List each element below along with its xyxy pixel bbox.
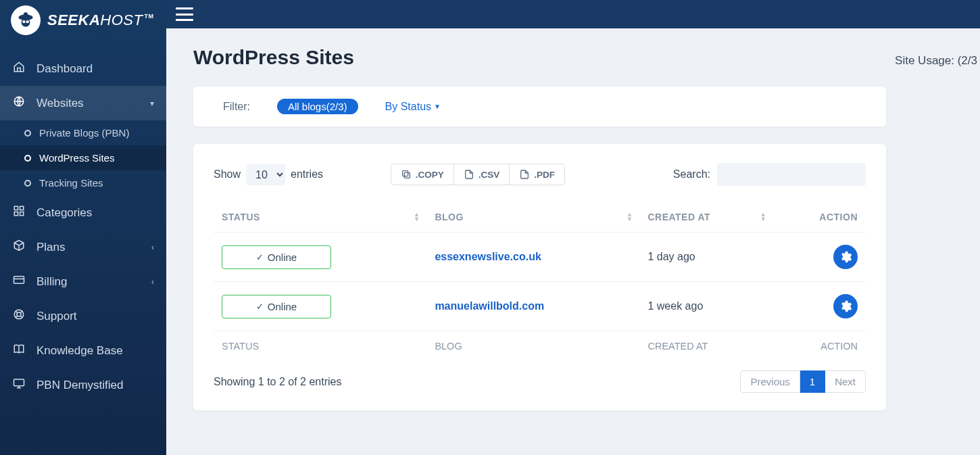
search-input[interactable]	[717, 163, 866, 186]
pager-prev-button[interactable]: Previous	[740, 370, 800, 393]
nav-support[interactable]: Support	[0, 299, 166, 333]
nav-websites-label: Websites	[36, 97, 84, 110]
row-action-button[interactable]	[833, 294, 858, 318]
foot-status: STATUS	[214, 331, 426, 362]
lifebuoy-icon	[12, 308, 26, 324]
gear-icon	[839, 300, 852, 313]
filter-by-status[interactable]: By Status ▼	[385, 101, 441, 113]
brand-avatar	[11, 5, 41, 35]
monitor-icon	[12, 377, 26, 393]
foot-action: ACTION	[773, 331, 866, 362]
bullet-icon	[24, 155, 31, 162]
nav-pbn-demystified[interactable]: PBN Demystified	[0, 368, 166, 402]
nav-knowledge-base[interactable]: Knowledge Base	[0, 333, 166, 368]
entries-select[interactable]: 10	[246, 164, 285, 185]
chevron-left-icon: ‹	[151, 243, 154, 252]
pager-next-button[interactable]: Next	[825, 370, 866, 393]
main: WordPress Sites Site Usage: (2/3 Filter:…	[166, 0, 980, 455]
svg-rect-2	[24, 12, 28, 17]
menu-toggle-icon[interactable]	[176, 7, 193, 21]
nav-billing-label: Billing	[36, 275, 67, 289]
subnav-tracking-sites[interactable]: Tracking Sites	[0, 170, 166, 195]
filter-label: Filter:	[223, 101, 250, 113]
table-bottom: Showing 1 to 2 of 2 entries Previous 1 N…	[214, 370, 866, 393]
subnav-private-blogs-label: Private Blogs (PBN)	[39, 127, 129, 139]
nav-billing[interactable]: Billing ‹	[0, 264, 166, 299]
export-copy-button[interactable]: .COPY	[391, 164, 454, 185]
svg-rect-8	[20, 206, 24, 210]
search-label: Search:	[673, 168, 710, 181]
created-cell: 1 week ago	[639, 282, 773, 331]
nav-plans[interactable]: Plans ‹	[0, 230, 166, 264]
blog-link[interactable]: essexnewslive.co.uk	[435, 251, 541, 262]
brand-name-thin: HOST	[100, 11, 143, 28]
chevron-down-icon: ▾	[150, 99, 154, 108]
subnav-private-blogs[interactable]: Private Blogs (PBN)	[0, 120, 166, 145]
table-row: ✓Online manuelawillbold.com 1 week ago	[214, 282, 866, 331]
nav-categories[interactable]: Categories	[0, 195, 166, 230]
row-action-button[interactable]	[833, 245, 858, 269]
search-wrap: Search:	[673, 163, 866, 186]
show-label: Show	[214, 168, 241, 181]
export-copy-label: .COPY	[416, 170, 444, 180]
filter-by-status-label: By Status	[385, 101, 431, 113]
blog-link[interactable]: manuelawillbold.com	[435, 300, 544, 312]
entries-word: entries	[291, 168, 323, 181]
export-csv-button[interactable]: .CSV	[454, 164, 510, 185]
subnav-tracking-sites-label: Tracking Sites	[39, 177, 103, 189]
export-pdf-label: .PDF	[534, 170, 555, 180]
pager-page-button[interactable]: 1	[800, 370, 825, 393]
copy-icon	[401, 169, 412, 180]
status-label: Online	[268, 301, 297, 312]
bullet-icon	[24, 180, 31, 187]
filter-all-pill[interactable]: All blogs(2/3)	[277, 99, 358, 114]
subnav-wordpress-sites[interactable]: WordPress Sites	[0, 145, 166, 170]
svg-rect-15	[404, 172, 410, 178]
card-icon	[12, 274, 26, 289]
svg-rect-16	[402, 171, 408, 176]
export-csv-label: .CSV	[479, 170, 500, 180]
col-created[interactable]: CREATED AT▲▼	[639, 202, 773, 233]
status-chip: ✓Online	[222, 245, 331, 269]
foot-blog: BLOG	[426, 331, 639, 362]
export-pdf-button[interactable]: .PDF	[510, 164, 565, 185]
globe-icon	[12, 95, 26, 111]
topbar	[166, 0, 980, 28]
nav-categories-label: Categories	[36, 206, 92, 220]
svg-rect-14	[14, 379, 24, 386]
chevron-left-icon: ‹	[151, 277, 154, 287]
subnav-websites: Private Blogs (PBN) WordPress Sites Trac…	[0, 120, 166, 195]
col-created-label: CREATED AT	[647, 212, 710, 222]
col-blog-label: BLOG	[435, 212, 463, 222]
table-card: Show 10 entries .COPY .CSV	[193, 144, 886, 410]
table-top: Show 10 entries .COPY .CSV	[214, 163, 866, 186]
created-cell: 1 day ago	[639, 233, 773, 282]
col-blog[interactable]: BLOG▲▼	[426, 202, 639, 233]
brand[interactable]: SEEKAHOSTTM	[0, 0, 166, 41]
col-status[interactable]: STATUS▲▼	[214, 202, 426, 233]
file-pdf-icon	[519, 169, 530, 180]
check-icon: ✓	[256, 252, 264, 262]
filter-card: Filter: All blogs(2/3) By Status ▼	[193, 87, 886, 126]
show-entries: Show 10 entries	[214, 164, 323, 185]
brand-tm: TM	[144, 13, 153, 20]
foot-created: CREATED AT	[639, 331, 773, 362]
content: WordPress Sites Site Usage: (2/3 Filter:…	[166, 28, 980, 455]
nav-plans-label: Plans	[36, 241, 66, 254]
nav: Dashboard Websites ▾ Private Blogs (PBN)…	[0, 41, 166, 402]
sort-icon: ▲▼	[414, 212, 420, 222]
sites-table: STATUS▲▼ BLOG▲▼ CREATED AT▲▼ ACTION ✓Onl…	[214, 202, 866, 361]
site-usage: Site Usage: (2/3	[895, 54, 977, 68]
box-icon	[12, 239, 26, 255]
sidebar: SEEKAHOSTTM Dashboard Websites ▾ Private…	[0, 0, 166, 455]
col-action: ACTION	[773, 202, 866, 233]
home-icon	[12, 61, 26, 76]
nav-websites[interactable]: Websites ▾	[0, 86, 166, 120]
svg-rect-7	[14, 206, 18, 210]
svg-point-13	[17, 312, 21, 316]
svg-point-4	[22, 20, 25, 23]
grid-icon	[12, 205, 26, 220]
nav-dashboard[interactable]: Dashboard	[0, 51, 166, 86]
book-icon	[12, 343, 26, 358]
page-head: WordPress Sites Site Usage: (2/3	[193, 46, 980, 69]
